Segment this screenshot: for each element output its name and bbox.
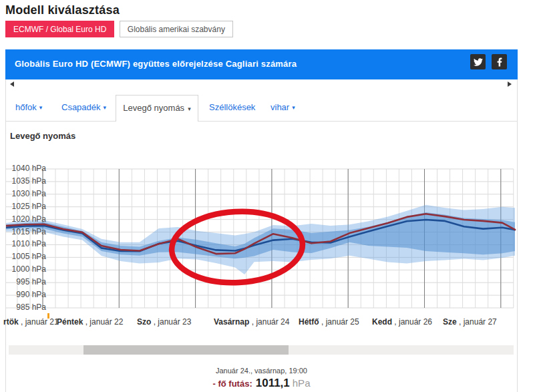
model-selector: ECMWF / Global Euro HD Globális amerikai… bbox=[5, 21, 233, 37]
twitter-icon[interactable] bbox=[470, 54, 486, 69]
chart-section-title: Levegő nyomás bbox=[10, 131, 75, 141]
widget-header: Globális Euro HD (ECMWF) együttes előrej… bbox=[5, 49, 518, 79]
weather-widget-page: Modell kiválasztása ECMWF / Global Euro … bbox=[0, 0, 535, 392]
pressure-chart bbox=[6, 166, 518, 321]
page-title: Modell kiválasztása bbox=[5, 3, 120, 17]
chevron-down-icon: ▾ bbox=[188, 106, 191, 112]
model-button-ecmwf[interactable]: ECMWF / Global Euro HD bbox=[5, 21, 114, 37]
forecast-widget-body: hőfok▾ Csapadék▾ Levegő nyomás▾ Széllöké… bbox=[5, 79, 518, 392]
scrollbar-right-arrow-icon[interactable] bbox=[508, 81, 512, 87]
scrollbar-thumb[interactable] bbox=[83, 345, 289, 355]
footer-timestamp: Január 24., vasárnap, 19:00 bbox=[6, 367, 517, 375]
horizontal-scrollbar[interactable] bbox=[9, 345, 514, 355]
scrollbar-left-arrow-icon[interactable] bbox=[10, 81, 14, 87]
tab-divider bbox=[198, 121, 517, 122]
model-button-gfs[interactable]: Globális amerikai szabvány bbox=[120, 21, 233, 37]
chart-footer: Január 24., vasárnap, 19:00 - fő futás:1… bbox=[6, 367, 517, 390]
main-run-unit: hPa bbox=[293, 377, 311, 389]
tab-vihar[interactable]: vihar▾ bbox=[271, 102, 295, 112]
main-run-readout: - fő futás:1011,1hPa bbox=[6, 377, 517, 390]
tab-szellokesek[interactable]: Széllökések bbox=[209, 102, 255, 112]
main-run-label: - fő futás: bbox=[213, 379, 252, 389]
tab-divider bbox=[6, 121, 116, 122]
chevron-down-icon: ▾ bbox=[292, 104, 295, 111]
facebook-icon[interactable] bbox=[492, 54, 507, 69]
chevron-down-icon: ▾ bbox=[39, 104, 43, 111]
now-marker-icon bbox=[47, 313, 49, 319]
widget-title: Globális Euro HD (ECMWF) együttes előrej… bbox=[15, 59, 297, 69]
chevron-down-icon: ▾ bbox=[104, 104, 107, 111]
tab-hofok[interactable]: hőfok▾ bbox=[15, 102, 42, 112]
tab-csapadek[interactable]: Csapadék▾ bbox=[61, 102, 106, 112]
tab-levego-nyomas[interactable]: Levegő nyomás▾ bbox=[116, 95, 198, 122]
main-run-value: 1011,1 bbox=[256, 377, 290, 389]
